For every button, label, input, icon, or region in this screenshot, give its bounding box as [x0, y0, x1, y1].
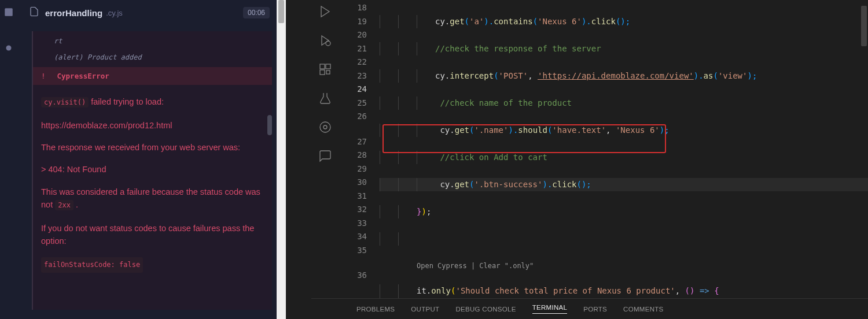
svg-rect-11 [320, 64, 325, 69]
editor-scrollbar-thumb[interactable] [861, 6, 867, 46]
svg-point-16 [323, 125, 327, 129]
error-type: CypressError [57, 72, 109, 80]
log-entries: rt (alert) Product added [33, 31, 272, 67]
spec-ext: .cy.js [106, 9, 123, 17]
tab-output[interactable]: OUTPUT [411, 306, 439, 313]
testing-icon[interactable] [318, 91, 332, 107]
svg-point-15 [320, 122, 330, 132]
panel-tabs: PROBLEMS OUTPUT DEBUG CONSOLE TERMINAL P… [311, 298, 868, 319]
command-log[interactable]: rt (alert) Product added ! CypressError … [32, 31, 272, 310]
codelens-open-clear[interactable]: Open Cypress | Clear ".only" [417, 262, 534, 270]
scrollbar-thumb[interactable] [278, 0, 284, 23]
layout-icon[interactable] [3, 7, 14, 20]
timeline-icon[interactable] [318, 120, 332, 136]
svg-rect-12 [326, 64, 330, 69]
activity-bar [311, 0, 339, 298]
svg-marker-8 [321, 6, 329, 17]
editor-scrollbar[interactable] [860, 0, 868, 298]
file-icon [29, 6, 39, 20]
cypress-runner-panel: errorHandling .cy.js 00:06 rt (alert) Pr… [0, 0, 278, 319]
run-debug-icon[interactable] [318, 34, 332, 50]
svg-marker-9 [322, 36, 329, 45]
tab-problems[interactable]: PROBLEMS [356, 306, 395, 313]
code-area[interactable]: cy.get('a').contains('Nexus 6').click();… [380, 0, 868, 298]
error-icon: ! [41, 72, 46, 80]
svg-point-2 [6, 46, 12, 51]
cypress-sidebar [0, 0, 17, 319]
chat-icon[interactable] [318, 149, 332, 165]
code-editor[interactable]: 181920212223242526 . 272829303132333435 … [339, 0, 868, 298]
tab-debug-console[interactable]: DEBUG CONSOLE [455, 306, 516, 313]
spec-header: errorHandling .cy.js 00:06 [0, 0, 278, 25]
svg-rect-0 [5, 8, 13, 16]
error-body: cy.visit() failed trying to load: https:… [33, 85, 272, 292]
bug-icon[interactable] [3, 43, 14, 55]
svg-rect-14 [326, 71, 330, 74]
line-gutter: 181920212223242526 . 272829303132333435 … [339, 0, 380, 298]
extensions-icon[interactable] [318, 62, 332, 79]
error-header: ! CypressError [33, 67, 272, 85]
divider-scrollbar[interactable] [277, 0, 286, 319]
vscode-panel: 181920212223242526 . 272829303132333435 … [311, 0, 868, 319]
log-scrollbar-thumb[interactable] [267, 115, 272, 135]
svg-point-10 [326, 41, 330, 46]
spec-name: errorHandling [45, 8, 102, 18]
svg-rect-13 [320, 70, 325, 75]
tab-comments[interactable]: COMMENTS [623, 306, 663, 313]
tab-ports[interactable]: PORTS [583, 306, 607, 313]
run-icon[interactable] [318, 5, 332, 21]
tab-terminal[interactable]: TERMINAL [532, 304, 568, 314]
timer: 00:06 [243, 7, 270, 18]
